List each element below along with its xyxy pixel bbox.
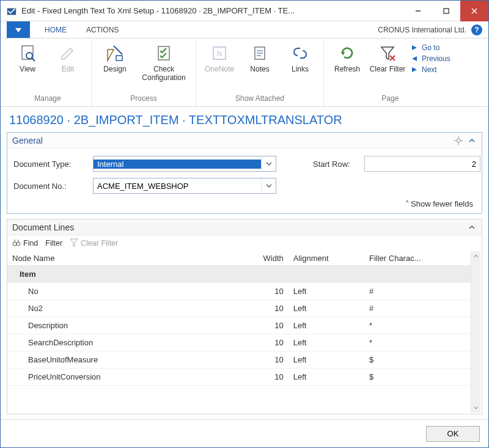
window: Edit - Fixed Length Text To Xml Setup - … (0, 0, 489, 448)
notes-icon (250, 43, 270, 63)
group-process-label: Process (95, 94, 192, 106)
titlebar: Edit - Fixed Length Text To Xml Setup - … (1, 1, 488, 21)
table-row[interactable]: PriceUnitConversion10Left$ (7, 369, 471, 386)
refresh-button[interactable]: Refresh (328, 41, 367, 76)
chevron-up-icon[interactable] (467, 222, 477, 232)
lines-panel: Document Lines Find Filter Clear Filter (7, 219, 482, 414)
links-icon (290, 43, 310, 63)
table-row[interactable]: Item (7, 266, 471, 283)
group-show-attached-label: Show Attached (200, 94, 320, 106)
svg-marker-20 (341, 52, 345, 56)
tab-home[interactable]: HOME (35, 21, 76, 38)
table-row[interactable]: SearchDescription10Left* (7, 334, 471, 351)
start-row-label: Start Row: (313, 160, 364, 169)
grid-toolbar: Find Filter Clear Filter (7, 235, 482, 251)
col-align[interactable]: Alignment (289, 251, 364, 266)
close-button[interactable] (460, 1, 488, 21)
col-node[interactable]: Node Name (7, 251, 243, 266)
app-menu-button[interactable] (7, 21, 30, 38)
find-button[interactable]: Find (12, 238, 38, 249)
chevron-up-icon[interactable] (467, 136, 477, 145)
view-button[interactable]: View (8, 41, 47, 76)
start-row-input[interactable] (364, 156, 480, 172)
arrow-left-icon (411, 55, 418, 62)
doc-no-input[interactable] (94, 182, 261, 191)
chevron-down-icon[interactable] (261, 178, 276, 193)
onenote-icon: N (210, 43, 229, 63)
svg-marker-25 (412, 56, 417, 61)
doc-type-label: Document Type: (13, 160, 93, 169)
scroll-up-icon[interactable] (471, 251, 480, 261)
svg-marker-10 (108, 50, 114, 61)
svg-rect-13 (158, 46, 169, 60)
col-width[interactable]: Width (243, 251, 289, 266)
svg-line-11 (114, 46, 122, 54)
funnel-clear-icon (378, 43, 397, 63)
view-icon (18, 43, 37, 63)
design-button[interactable]: Design (95, 41, 134, 76)
refresh-icon (337, 43, 357, 63)
pencil-icon (58, 43, 78, 63)
binoculars-icon (12, 238, 21, 249)
check-config-button[interactable]: Check Configuration (136, 41, 192, 85)
show-fewer-toggle[interactable]: ˄Show fewer fields (13, 195, 476, 210)
vertical-scrollbar[interactable] (471, 251, 480, 413)
links-button[interactable]: Links (281, 41, 320, 76)
group-manage-label: Manage (8, 94, 87, 106)
window-title: Edit - Fixed Length Text To Xml Setup - … (21, 6, 404, 15)
next-link[interactable]: Next (411, 65, 450, 74)
svg-rect-2 (444, 9, 449, 13)
svg-point-32 (13, 242, 17, 246)
col-fill[interactable]: Filler Charac... (364, 251, 471, 266)
svg-rect-12 (116, 56, 122, 61)
minimize-button[interactable] (404, 1, 432, 21)
svg-text:N: N (216, 49, 222, 58)
funnel-clear-icon (70, 238, 78, 249)
doc-no-combo[interactable] (93, 178, 276, 194)
svg-point-33 (17, 242, 20, 246)
maximize-button[interactable] (432, 1, 460, 21)
filter-button[interactable]: Filter (45, 239, 62, 248)
company-label: CRONUS International Ltd. (378, 26, 466, 34)
scroll-down-icon[interactable] (471, 403, 480, 413)
notes-button[interactable]: Notes (240, 41, 279, 76)
table-row[interactable]: No10Left# (7, 283, 471, 300)
previous-link[interactable]: Previous (411, 54, 450, 63)
help-icon[interactable]: ? (471, 24, 482, 35)
checklist-icon (154, 43, 174, 63)
clear-filter-button[interactable]: Clear Filter (368, 41, 407, 76)
lines-panel-header[interactable]: Document Lines (7, 219, 482, 235)
table-row[interactable]: BaseUnitofMeasure10Left$ (7, 351, 471, 369)
app-icon (6, 5, 18, 17)
table-row[interactable]: No210Left# (7, 300, 471, 317)
table-row[interactable]: Description10Left* (7, 317, 471, 334)
goto-link[interactable]: Go to (411, 43, 450, 52)
ok-button[interactable]: OK (426, 426, 480, 442)
edit-button[interactable]: Edit (48, 41, 87, 76)
svg-point-7 (26, 53, 32, 59)
svg-marker-36 (70, 239, 78, 246)
svg-marker-26 (412, 67, 417, 72)
svg-marker-5 (15, 28, 21, 32)
design-icon (105, 43, 125, 63)
general-panel-header[interactable]: General (7, 133, 482, 149)
footer: OK (1, 419, 488, 447)
lines-table[interactable]: Node Name Width Alignment Filler Charac.… (7, 251, 471, 386)
doc-type-combo[interactable] (93, 156, 276, 172)
svg-marker-9 (62, 48, 73, 59)
doc-type-input[interactable] (94, 160, 261, 169)
tab-actions[interactable]: ACTIONS (76, 21, 128, 38)
onenote-button[interactable]: N OneNote (200, 41, 239, 76)
chevron-down-icon[interactable] (261, 156, 276, 171)
arrow-right-icon (411, 44, 418, 51)
page-title: 11068920 · 2B_IMPORT_ITEM · TEXTTOXMLTRA… (1, 107, 488, 132)
general-panel: General Document Type: Start Row: (7, 132, 482, 214)
ribbon: View Edit Manage Design Check Configurat… (1, 39, 488, 107)
svg-marker-24 (412, 45, 417, 50)
clear-filter-grid-button[interactable]: Clear Filter (70, 238, 118, 249)
gear-icon[interactable] (454, 136, 463, 145)
doc-no-label: Document No.: (13, 182, 93, 191)
svg-point-27 (457, 139, 460, 142)
group-page-label: Page (328, 94, 453, 106)
arrow-right-icon (411, 66, 418, 73)
